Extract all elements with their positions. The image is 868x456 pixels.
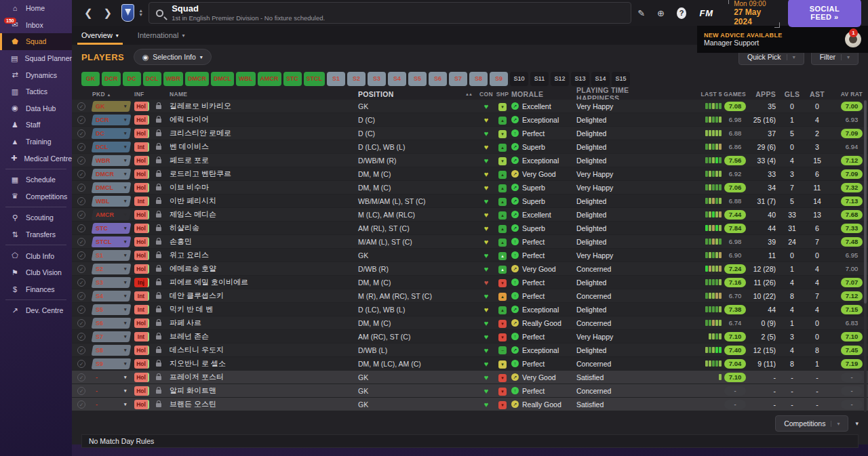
position-filter-stc[interactable]: STC [283,72,302,86]
nav-back-icon[interactable]: ❮ [79,7,98,19]
player-name[interactable]: 프레이저 포스터 [170,372,358,382]
row-select-check-icon[interactable]: ✓ [77,292,85,300]
position-filter-s11[interactable]: S11 [530,72,549,86]
sidebar-item-club-vision[interactable]: ⚑Club Vision [0,264,72,281]
position-filter-s6[interactable]: S6 [429,72,447,86]
row-select-check-icon[interactable]: ✓ [77,360,85,368]
edit-pencil-icon[interactable]: ✎ [637,8,645,18]
position-filter-s5[interactable]: S5 [408,72,427,86]
pkd-position-dropdown[interactable]: S4▾ [92,291,132,302]
pkd-position-dropdown[interactable]: S8▾ [92,345,132,356]
position-filter-s1[interactable]: S1 [327,72,345,86]
pkd-position-dropdown[interactable]: S7▾ [92,331,132,342]
player-name[interactable]: 에메르송 호얄 [170,264,358,274]
row-select-check-icon[interactable]: ✓ [77,251,85,260]
sidebar-item-tactics[interactable]: ▥Tactics [0,83,72,100]
pkd-position-dropdown[interactable]: -▾ [92,386,132,396]
position-filter-s3[interactable]: S3 [368,72,386,86]
help-icon[interactable]: ? [677,7,686,19]
position-filter-gk[interactable]: GK [81,72,100,86]
position-filter-dcl[interactable]: DCL [143,72,161,86]
player-name[interactable]: 벤 데이비스 [170,142,358,152]
table-row[interactable]: ✓ AMCR▾ Hol 제임스 메디슨 M (LC), AM (RLC) ♥ ▴… [72,208,868,222]
row-select-check-icon[interactable]: ✓ [77,116,85,124]
position-filter-dc[interactable]: DC [123,72,141,86]
pkd-position-dropdown[interactable]: S3▾ [92,277,132,288]
player-name[interactable]: 페드로 포로 [170,155,358,165]
table-row[interactable]: ✓ S9▾ Hol 지오반니 로 셀소 DM, M (LC), AM (C) ♥… [72,357,868,371]
position-filter-s13[interactable]: S13 [571,72,589,86]
player-name[interactable]: 믹키 반 데 벤 [170,304,358,314]
pkd-position-dropdown[interactable]: AMCR▾ [92,209,132,220]
position-filter-s15[interactable]: S15 [612,72,630,86]
sidebar-item-staff[interactable]: ♟Staff [0,117,72,133]
player-name[interactable]: 지오반니 로 셀소 [170,358,358,369]
pkd-position-dropdown[interactable]: S5▾ [92,304,132,315]
pkd-position-dropdown[interactable]: STCL▾ [92,236,132,247]
player-name[interactable]: 히샬리송 [170,223,358,233]
row-select-check-icon[interactable]: ✓ [77,238,85,246]
position-filter-wbr[interactable]: WBR [163,72,184,86]
row-select-check-icon[interactable]: ✓ [77,170,85,178]
sidebar-item-transfers[interactable]: ⇅Transfers [0,226,72,243]
sidebar-item-inbox[interactable]: 150✉Inbox [0,17,72,34]
pkd-position-dropdown[interactable]: DMCR▾ [92,169,132,180]
row-select-check-icon[interactable]: ✓ [77,278,85,287]
row-select-check-icon[interactable]: ✓ [77,197,85,205]
player-name[interactable]: 데얀 클루셉스키 [170,291,358,301]
position-filter-s14[interactable]: S14 [591,72,610,86]
table-row[interactable]: ✓ WBR▾ Hol 페드로 포로 D/WB/M (R) ♥ ▾ ↗Except… [72,154,868,167]
game-date[interactable]: Mon 09:00 27 May 2024 [728,0,780,28]
player-name[interactable]: 이브 비수마 [170,182,358,192]
sidebar-item-medical-centre[interactable]: ✚Medical Centre [0,150,72,167]
row-select-check-icon[interactable]: ✓ [77,306,85,314]
position-filter-stcl[interactable]: STCL [304,72,326,86]
sidebar-item-club-info[interactable]: ⬠Club Info [0,247,72,264]
row-select-check-icon[interactable]: ✓ [77,184,85,192]
manager-support-panel[interactable]: NEW ADVICE AVAILABLE Manager Support 1 [697,26,868,53]
row-select-check-icon[interactable]: ✓ [77,129,85,138]
row-select-check-icon[interactable]: ✓ [77,211,85,219]
position-filter-dmcr[interactable]: DMCR [185,72,209,86]
player-name[interactable]: 위고 요리스 [170,250,358,260]
player-name[interactable]: 알피 화이트맨 [170,386,358,396]
table-row[interactable]: ✓ DCR▾ Hol 에릭 다이어 D (C) ♥ ▴ ↗Exceptional… [72,113,868,127]
player-name[interactable]: 제임스 메디슨 [170,209,358,220]
tab-international[interactable]: International▾ [128,26,195,45]
position-filter-s9[interactable]: S9 [490,72,508,86]
row-select-check-icon[interactable]: ✓ [77,387,85,395]
pkd-position-dropdown[interactable]: -▾ [92,399,132,410]
position-filter-s2[interactable]: S2 [347,72,366,86]
sidebar-item-competitions[interactable]: ♛Competitions [0,188,72,205]
pkd-position-dropdown[interactable]: DMCL▾ [92,182,132,193]
position-filter-amcr[interactable]: AMCR [258,72,281,86]
competitions-dropdown[interactable]: Competitions▾ [775,415,848,432]
player-name[interactable]: 길레르모 비카리오 [170,101,358,111]
player-name[interactable]: 손흥민 [170,236,358,247]
pkd-position-dropdown[interactable]: -▾ [92,372,132,383]
table-row[interactable]: ✓ -▾ Hol 브랜든 오스틴 GK ♥ ▾ ↗Really Good Sat… [72,398,868,411]
row-select-check-icon[interactable]: ✓ [77,224,85,232]
player-name[interactable]: 로드리고 벤탄쿠르 [170,169,358,179]
search-icon[interactable] [156,9,163,17]
table-row[interactable]: ✓ -▾ Hol 알피 화이트맨 GK ♥ ▾ ↑Perfect Concern… [72,384,868,398]
nav-forward-icon[interactable]: ❯ [98,7,118,19]
table-row[interactable]: ✓ STCL▾ Hol 손흥민 M/AM (L), ST (C) ♥ ▴ ↑Pe… [72,235,868,249]
tab-overview[interactable]: Overview▾ [72,26,128,45]
club-crest[interactable] [121,4,134,22]
table-row[interactable]: ✓ WBL▾ Int 이반 페리시치 WB/M/AM (L), ST (C) ♥… [72,194,868,208]
table-row[interactable]: ✓ S5▾ Int 믹키 반 데 벤 D (LC), WB (L) ♥ ▴ ↗E… [72,303,868,316]
player-name[interactable]: 브레넌 존슨 [170,331,358,341]
row-select-check-icon[interactable]: ✓ [77,102,85,110]
row-select-check-icon[interactable]: ✓ [77,333,85,341]
pkd-position-dropdown[interactable]: S9▾ [92,358,132,369]
table-row[interactable]: ✓ STC▾ Hol 히샬리송 AM (RL), ST (C) ♥ ▴ ↗Sup… [72,222,868,235]
position-filter-s8[interactable]: S8 [469,72,488,86]
sidebar-item-data-hub[interactable]: ◉Data Hub [0,100,72,117]
pkd-position-dropdown[interactable]: DCR▾ [92,115,132,125]
manager-support-icon[interactable]: 1 [845,31,861,47]
player-name[interactable]: 데스티니 우도지 [170,345,358,355]
player-name[interactable]: 브랜든 오스틴 [170,399,358,409]
sidebar-item-scouting[interactable]: ⚲Scouting [0,209,72,226]
player-name[interactable]: 크리스티안 로메로 [170,128,358,138]
